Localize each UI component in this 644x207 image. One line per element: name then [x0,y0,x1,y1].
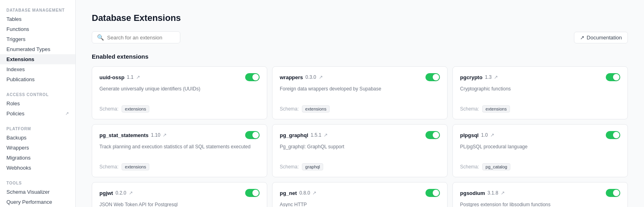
ext-desc: Pg_graphql: GraphQL support [280,143,440,158]
sidebar-item-roles[interactable]: Roles [0,98,75,109]
schema-label: Schema: [460,106,479,112]
sidebar-item-label: Policies [6,111,25,117]
sidebar-item-label: Roles [6,100,20,107]
ext-toggle[interactable] [606,73,620,81]
ext-version: 3.1.8 [487,190,498,196]
ext-name: pgjwt [99,190,113,196]
extension-card: pg_graphql 1.5.1 ↗ Pg_graphql: GraphQL s… [272,124,448,177]
sidebar: DATABASE MANAGEMENT Tables Functions Tri… [0,0,76,207]
ext-toggle[interactable] [245,73,260,81]
schema-label: Schema: [99,164,118,170]
schema-label: Schema: [280,164,299,170]
sidebar-item-query-performance[interactable]: Query Performance [0,197,75,207]
sidebar-item-label: Webhooks [6,165,31,171]
ext-desc: Postgres extension for libsodium functio… [460,201,620,207]
sidebar-item-label: Backups [6,135,27,141]
ext-desc: JSON Web Token API for Postgresql [99,201,260,207]
ext-toggle[interactable] [606,131,620,139]
ext-card-header: pgsodium 3.1.8 ↗ [460,189,620,197]
search-box[interactable]: 🔍 [92,31,180,43]
extension-card: pgcrypto 1.3 ↗ Cryptographic functions S… [452,66,628,119]
ext-name: pg_graphql [280,132,308,138]
ext-card-header: pgcrypto 1.3 ↗ [460,73,620,81]
ext-toggle[interactable] [245,131,260,139]
sidebar-item-backups[interactable]: Backups [0,133,75,143]
ext-name-row: pgsodium 3.1.8 ↗ [460,190,505,196]
sidebar-item-migrations[interactable]: Migrations [0,153,75,163]
ext-link-icon[interactable]: ↗ [490,132,494,138]
ext-desc: Cryptographic functions [460,85,620,100]
ext-link-icon[interactable]: ↗ [163,132,167,138]
search-input[interactable] [107,35,175,41]
sidebar-item-label: Query Performance [6,199,52,205]
extension-card: pgsodium 3.1.8 ↗ Postgres extension for … [452,182,628,207]
ext-toggle[interactable] [425,73,440,81]
sidebar-item-indexes[interactable]: Indexes [0,64,75,74]
sidebar-item-label: Wrappers [6,145,29,151]
external-link-icon: ↗ [580,35,584,41]
ext-link-icon[interactable]: ↗ [494,74,498,80]
ext-toggle[interactable] [425,131,440,139]
ext-name: pgcrypto [460,74,483,80]
sidebar-item-schema-visualizer[interactable]: Schema Visualizer [0,187,75,197]
schema-badge: extensions [122,163,149,170]
ext-desc: Track planning and execution statistics … [99,143,260,158]
sidebar-item-triggers[interactable]: Triggers [0,34,75,44]
ext-card-header: pg_net 0.8.0 ↗ [280,189,440,197]
ext-link-icon[interactable]: ↗ [136,74,140,80]
ext-name: pg_stat_statements [99,132,149,138]
main-content: Database Extensions 🔍 ↗ Documentation En… [76,0,644,207]
ext-name: plpgsql [460,132,479,138]
schema-badge: pg_catalog [482,163,510,170]
schema-label: Schema: [280,106,299,112]
ext-toggle[interactable] [606,189,620,197]
schema-label: Schema: [460,164,479,170]
ext-toggle[interactable] [245,189,260,197]
sidebar-item-label: Extensions [6,56,34,62]
ext-desc: Foreign data wrappers developed by Supab… [280,85,440,100]
sidebar-section-db: DATABASE MANAGEMENT [0,5,75,14]
documentation-button[interactable]: ↗ Documentation [574,32,628,43]
ext-version: 0.2.0 [116,190,126,196]
ext-schema-row: Schema: extensions [99,105,260,113]
sidebar-item-label: Migrations [6,155,31,161]
sidebar-section-tools: TOOLS [0,178,75,187]
ext-link-icon[interactable]: ↗ [129,190,133,196]
ext-version: 1.3 [485,74,492,80]
ext-link-icon[interactable]: ↗ [501,190,505,196]
sidebar-item-policies[interactable]: Policies ↗ [0,109,75,119]
sidebar-section-platform: PLATFORM [0,123,75,133]
ext-version: 1.1 [127,74,134,80]
sidebar-item-enumerated-types[interactable]: Enumerated Types [0,44,75,54]
sidebar-item-label: Triggers [6,36,25,42]
sidebar-item-publications[interactable]: Publications [0,74,75,84]
ext-link-icon[interactable]: ↗ [324,132,328,138]
ext-version: 0.3.0 [305,74,316,80]
sidebar-item-wrappers[interactable]: Wrappers [0,143,75,153]
ext-name: pgsodium [460,190,485,196]
sidebar-item-webhooks[interactable]: Webhooks [0,163,75,173]
ext-toggle[interactable] [425,189,440,197]
ext-link-icon[interactable]: ↗ [312,190,316,196]
ext-name-row: plpgsql 1.0 ↗ [460,132,494,138]
ext-card-header: uuid-ossp 1.1 ↗ [99,73,260,81]
ext-name-row: pg_stat_statements 1.10 ↗ [99,132,167,138]
sidebar-item-extensions[interactable]: Extensions [0,54,75,64]
ext-schema-row: Schema: extensions [460,105,620,113]
schema-label: Schema: [99,106,118,112]
ext-schema-row: Schema: extensions [280,105,440,113]
ext-name: pg_net [280,190,297,196]
extension-card: uuid-ossp 1.1 ↗ Generate universally uni… [92,66,267,119]
ext-card-header: wrappers 0.3.0 ↗ [280,73,440,81]
ext-card-header: pg_graphql 1.5.1 ↗ [280,131,440,139]
page-title: Database Extensions [92,13,628,23]
ext-card-header: pg_stat_statements 1.10 ↗ [99,131,260,139]
sidebar-item-functions[interactable]: Functions [0,24,75,34]
ext-name-row: pgcrypto 1.3 ↗ [460,74,498,80]
ext-name-row: pgjwt 0.2.0 ↗ [99,190,133,196]
extension-card: pg_net 0.8.0 ↗ Async HTTP Schema: extens… [272,182,448,207]
ext-desc: PL/pgSQL procedural language [460,143,620,158]
sidebar-section-access: ACCESS CONTROL [0,89,75,98]
sidebar-item-tables[interactable]: Tables [0,14,75,24]
ext-link-icon[interactable]: ↗ [319,74,323,80]
